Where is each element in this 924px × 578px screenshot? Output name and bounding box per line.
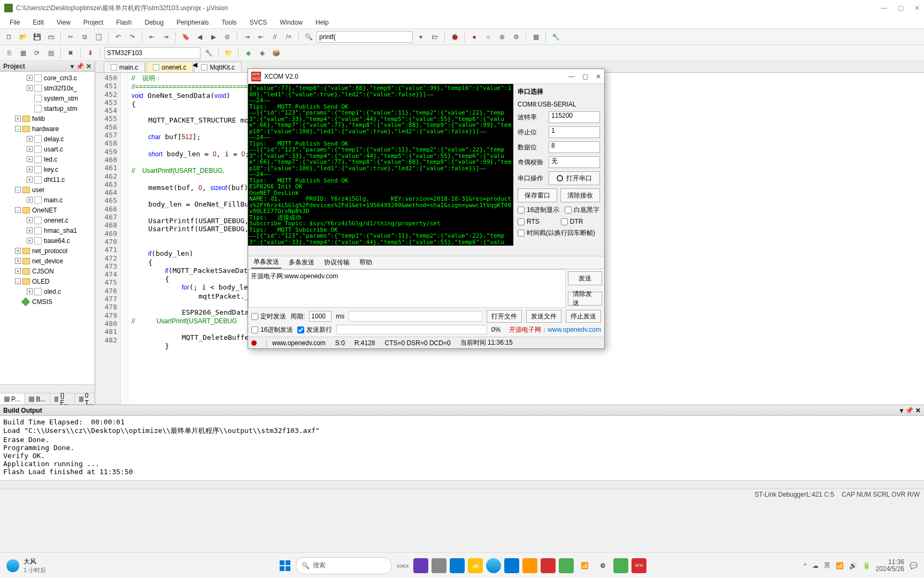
app-icon-7[interactable] [559,558,574,573]
app-icon-8[interactable]: 📶 [577,558,592,573]
tree-node-hardware[interactable]: -hardware [0,124,95,134]
xcom-minimize-button[interactable]: — [568,73,575,80]
hex-send-check[interactable]: 16进制发送 [251,325,293,334]
outdent-icon[interactable]: ⇤ [255,31,267,43]
build-icon[interactable]: ▦ [17,47,29,59]
tray-volume-icon[interactable]: 🔊 [849,562,857,569]
openedv-link[interactable]: www.openedv.com [548,326,601,333]
rts-check[interactable]: RTS [518,218,540,225]
timestamp-check[interactable]: 时间戳(以换行回车断帧) [518,229,600,238]
databits-select[interactable]: 8 [549,141,600,153]
breakpoint-icon[interactable]: ● [468,31,480,43]
taskbar-search[interactable]: 🔍搜索 [296,557,392,574]
edge-icon[interactable] [486,558,501,573]
comment-icon[interactable]: // [269,31,281,43]
build-panel-pin-icon[interactable]: 📌 [905,407,913,414]
find-next-icon[interactable]: ▾ [415,31,427,43]
open-file-icon[interactable]: 📂 [17,31,29,43]
expander-icon[interactable]: + [15,248,21,254]
tray-battery-icon[interactable]: 🔋 [863,562,871,569]
tree-node-core_cm3-c[interactable]: +core_cm3.c [0,73,95,83]
expander-icon[interactable]: + [27,238,33,244]
editor-tab-main-c[interactable]: main.c [104,62,145,72]
expander-icon[interactable]: + [27,197,33,203]
xcom-tab-3[interactable]: 帮助 [357,257,374,268]
menu-tools[interactable]: Tools [217,18,242,27]
send-file-button[interactable]: 发送文件 [526,310,561,323]
tree-node-system_stm[interactable]: system_stm [0,93,95,103]
xcom-maximize-button[interactable]: ▢ [582,73,588,80]
app-icon-3[interactable] [450,558,465,573]
expander-icon[interactable]: + [15,116,21,121]
tree-hscroll[interactable] [0,384,95,393]
bp-config-icon[interactable]: ⚙ [510,31,522,43]
pack-installer-icon[interactable]: 📦 [270,47,282,59]
xcom-close-button[interactable]: ✕ [596,73,601,80]
manage-rte-icon[interactable]: ◆ [242,47,254,59]
stop-build-icon[interactable]: ✖ [65,47,76,59]
tray-chevron-icon[interactable]: ^ [804,562,807,569]
expander-icon[interactable]: + [27,85,33,91]
bookmark-icon[interactable]: 🔖 [180,31,191,43]
minimize-button[interactable]: — [881,4,887,12]
tree-node-dht11-c[interactable]: +dht11.c [0,174,95,185]
tree-node-net_device[interactable]: +net_device [0,256,95,266]
target-options-icon[interactable]: 🔧 [203,47,214,59]
open-port-button[interactable]: 打开串口 [549,171,600,185]
bp-kill-icon[interactable]: ⊗ [496,31,508,43]
save-icon[interactable]: 💾 [31,31,43,43]
tree-node-onenet[interactable]: -OneNET [0,205,95,215]
window-layout-icon[interactable]: ▦ [530,31,542,43]
copy-icon[interactable]: ⧉ [79,31,90,43]
uncomment-icon[interactable]: /× [283,31,295,43]
tree-node-fwlib[interactable]: +fwlib [0,113,95,124]
save-window-button[interactable]: 保存窗口 [518,188,557,202]
white-bg-check[interactable]: 白底黑字 [565,206,599,215]
expander-icon[interactable]: + [27,177,33,182]
bookmark-next-icon[interactable]: ▶ [207,31,219,43]
download-icon[interactable]: ⬇ [84,47,96,59]
indent-icon[interactable]: ⇥ [241,31,253,43]
start-button[interactable] [278,558,292,573]
tree-node-base64-c[interactable]: +base64.c [0,235,95,246]
menu-edit[interactable]: Edit [27,18,49,27]
bp-disable-icon[interactable]: ○ [482,31,494,43]
file-path-field[interactable] [349,311,482,322]
paste-icon[interactable]: 📋 [93,31,104,43]
stopbits-select[interactable]: 1 [549,126,600,138]
tree-node-oled-c[interactable]: +oled.c [0,286,95,296]
editor-tab-MqttKit-c[interactable]: MqttKit.c [194,62,242,72]
tree-node-led-c[interactable]: +led.c [0,154,95,164]
find-icon[interactable]: 🔍 [303,31,314,43]
xcom-terminal[interactable]: {"value":77},"temp8":{"value":88},"temp9… [248,84,513,246]
xcom-tab-0[interactable]: 单条发送 [251,256,281,269]
app-icon-6[interactable] [541,558,556,573]
xcom-tab-2[interactable]: 协议传输 [322,257,352,268]
clear-recv-button[interactable]: 清除接收 [560,188,600,202]
bookmark-prev-icon[interactable]: ◀ [194,31,205,43]
tree-node-startup_stm[interactable]: startup_stm [0,103,95,113]
expander-icon[interactable]: - [15,207,21,213]
tree-node-user[interactable]: -user [0,185,95,195]
tree-node-net_protocol[interactable]: +net_protocol [0,246,95,256]
app-icon-1[interactable] [413,558,428,573]
parity-select[interactable]: 无 [549,156,600,168]
menu-help[interactable]: Help [310,18,334,27]
app-icon-4[interactable] [504,558,519,573]
xcom-taskbar-icon[interactable]: ATK [632,558,646,573]
tray-wifi-icon[interactable]: 📶 [836,562,844,569]
tray-onedrive-icon[interactable]: ☁ [812,562,819,569]
dtr-check[interactable]: DTR [561,218,583,225]
expander-icon[interactable]: + [15,268,21,274]
file-explorer-icon[interactable]: 📁 [468,558,483,573]
clear-send-button[interactable]: 清除发送 [568,292,602,306]
build-panel-close-icon[interactable]: ✕ [915,407,921,414]
menu-flash[interactable]: Flash [111,18,137,27]
undo-icon[interactable]: ↶ [112,31,124,43]
hex-display-check[interactable]: 16进制显示 [518,206,559,215]
expander-icon[interactable]: + [27,156,33,162]
expander-icon[interactable]: + [15,258,21,264]
tree-node-key-c[interactable]: +key.c [0,164,95,174]
build-hscroll[interactable] [0,480,924,489]
send-textarea[interactable] [248,269,566,308]
